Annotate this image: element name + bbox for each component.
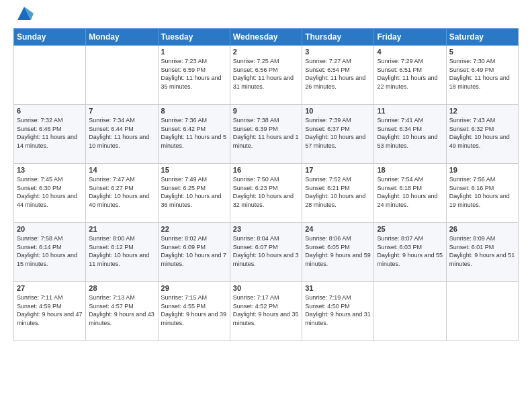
sunset-text: Sunset: 6:07 PM <box>233 243 299 252</box>
sunrise-text: Sunrise: 7:23 AM <box>161 57 227 66</box>
daylight-text: Daylight: 10 hours and 15 minutes. <box>17 251 83 268</box>
day-cell: 1Sunrise: 7:23 AMSunset: 6:59 PMDaylight… <box>158 46 230 105</box>
day-info: Sunrise: 7:23 AMSunset: 6:59 PMDaylight:… <box>161 57 227 91</box>
day-cell: 2Sunrise: 7:25 AMSunset: 6:56 PMDaylight… <box>230 46 302 105</box>
daylight-text: Daylight: 9 hours and 35 minutes. <box>233 310 299 327</box>
day-info: Sunrise: 7:45 AMSunset: 6:30 PMDaylight:… <box>17 175 83 209</box>
daylight-text: Daylight: 11 hours and 18 minutes. <box>449 74 515 91</box>
daylight-text: Daylight: 11 hours and 22 minutes. <box>377 74 443 91</box>
day-number: 26 <box>449 225 515 233</box>
day-cell: 29Sunrise: 7:15 AMSunset: 4:55 PMDayligh… <box>158 282 230 341</box>
daylight-text: Daylight: 9 hours and 59 minutes. <box>305 251 371 268</box>
sunset-text: Sunset: 6:59 PM <box>161 66 227 75</box>
sunrise-text: Sunrise: 8:00 AM <box>89 234 154 243</box>
daylight-text: Daylight: 10 hours and 24 minutes. <box>377 192 443 209</box>
day-info: Sunrise: 7:29 AMSunset: 6:51 PMDaylight:… <box>377 57 443 91</box>
day-cell: 22Sunrise: 8:02 AMSunset: 6:09 PMDayligh… <box>158 223 230 282</box>
sunset-text: Sunset: 4:52 PM <box>233 302 299 311</box>
day-number: 16 <box>233 166 299 174</box>
day-cell <box>86 46 158 105</box>
day-cell <box>446 282 518 341</box>
daylight-text: Daylight: 10 hours and 7 minutes. <box>161 251 227 268</box>
day-info: Sunrise: 8:00 AMSunset: 6:12 PMDaylight:… <box>89 234 154 268</box>
sunset-text: Sunset: 6:12 PM <box>89 243 154 252</box>
col-sunday: Sunday <box>14 29 86 46</box>
sunrise-text: Sunrise: 7:52 AM <box>305 175 371 184</box>
day-cell: 30Sunrise: 7:17 AMSunset: 4:52 PMDayligh… <box>230 282 302 341</box>
day-info: Sunrise: 8:07 AMSunset: 6:03 PMDaylight:… <box>377 234 443 268</box>
col-saturday: Saturday <box>446 29 518 46</box>
day-number: 1 <box>161 48 227 56</box>
day-cell: 4Sunrise: 7:29 AMSunset: 6:51 PMDaylight… <box>374 46 446 105</box>
day-info: Sunrise: 7:47 AMSunset: 6:27 PMDaylight:… <box>89 175 154 209</box>
logo <box>13 11 34 23</box>
day-cell: 31Sunrise: 7:19 AMSunset: 4:50 PMDayligh… <box>302 282 374 341</box>
week-row-1: 6Sunrise: 7:32 AMSunset: 6:46 PMDaylight… <box>14 105 519 164</box>
day-number: 18 <box>377 166 443 174</box>
day-cell: 12Sunrise: 7:43 AMSunset: 6:32 PMDayligh… <box>446 105 518 164</box>
day-number: 19 <box>449 166 515 174</box>
sunset-text: Sunset: 6:05 PM <box>305 243 371 252</box>
header <box>13 11 519 23</box>
day-number: 31 <box>305 284 371 292</box>
day-cell: 26Sunrise: 8:09 AMSunset: 6:01 PMDayligh… <box>446 223 518 282</box>
daylight-text: Daylight: 10 hours and 11 minutes. <box>89 251 154 268</box>
day-cell: 15Sunrise: 7:49 AMSunset: 6:25 PMDayligh… <box>158 164 230 223</box>
day-cell: 9Sunrise: 7:38 AMSunset: 6:39 PMDaylight… <box>230 105 302 164</box>
sunset-text: Sunset: 6:46 PM <box>17 125 83 134</box>
sunset-text: Sunset: 4:55 PM <box>161 302 227 311</box>
daylight-text: Daylight: 10 hours and 57 minutes. <box>305 133 371 150</box>
page: Sunday Monday Tuesday Wednesday Thursday… <box>0 0 532 411</box>
day-cell: 25Sunrise: 8:07 AMSunset: 6:03 PMDayligh… <box>374 223 446 282</box>
col-thursday: Thursday <box>302 29 374 46</box>
daylight-text: Daylight: 11 hours and 31 minutes. <box>233 74 299 91</box>
sunrise-text: Sunrise: 7:19 AM <box>305 293 371 302</box>
sunrise-text: Sunrise: 7:15 AM <box>161 293 227 302</box>
sunrise-text: Sunrise: 7:25 AM <box>233 57 299 66</box>
sunrise-text: Sunrise: 7:34 AM <box>89 116 154 125</box>
daylight-text: Daylight: 11 hours and 26 minutes. <box>305 74 371 91</box>
day-number: 5 <box>449 48 515 56</box>
week-row-3: 20Sunrise: 7:58 AMSunset: 6:14 PMDayligh… <box>14 223 519 282</box>
sunrise-text: Sunrise: 8:04 AM <box>233 234 299 243</box>
daylight-text: Daylight: 10 hours and 49 minutes. <box>449 133 515 150</box>
day-cell: 28Sunrise: 7:13 AMSunset: 4:57 PMDayligh… <box>86 282 158 341</box>
day-cell: 11Sunrise: 7:41 AMSunset: 6:34 PMDayligh… <box>374 105 446 164</box>
sunrise-text: Sunrise: 8:02 AM <box>161 234 227 243</box>
sunset-text: Sunset: 6:49 PM <box>449 66 515 75</box>
day-info: Sunrise: 7:38 AMSunset: 6:39 PMDaylight:… <box>233 116 299 150</box>
sunrise-text: Sunrise: 7:38 AM <box>233 116 299 125</box>
col-monday: Monday <box>86 29 158 46</box>
daylight-text: Daylight: 10 hours and 40 minutes. <box>89 192 154 209</box>
calendar-table: Sunday Monday Tuesday Wednesday Thursday… <box>13 28 519 341</box>
day-number: 15 <box>161 166 227 174</box>
sunrise-text: Sunrise: 7:54 AM <box>377 175 443 184</box>
sunrise-text: Sunrise: 7:13 AM <box>89 293 154 302</box>
day-info: Sunrise: 7:54 AMSunset: 6:18 PMDaylight:… <box>377 175 443 209</box>
day-number: 23 <box>233 225 299 233</box>
sunset-text: Sunset: 6:03 PM <box>377 243 443 252</box>
sunrise-text: Sunrise: 7:36 AM <box>161 116 227 125</box>
day-info: Sunrise: 8:09 AMSunset: 6:01 PMDaylight:… <box>449 234 515 268</box>
sunset-text: Sunset: 4:59 PM <box>17 302 83 311</box>
day-cell: 7Sunrise: 7:34 AMSunset: 6:44 PMDaylight… <box>86 105 158 164</box>
sunset-text: Sunset: 6:27 PM <box>89 184 154 193</box>
day-info: Sunrise: 7:15 AMSunset: 4:55 PMDaylight:… <box>161 293 227 327</box>
day-info: Sunrise: 7:34 AMSunset: 6:44 PMDaylight:… <box>89 116 154 150</box>
day-info: Sunrise: 7:41 AMSunset: 6:34 PMDaylight:… <box>377 116 443 150</box>
day-number: 21 <box>89 225 154 233</box>
day-cell: 18Sunrise: 7:54 AMSunset: 6:18 PMDayligh… <box>374 164 446 223</box>
sunset-text: Sunset: 6:54 PM <box>305 66 371 75</box>
sunset-text: Sunset: 6:42 PM <box>161 125 227 134</box>
daylight-text: Daylight: 11 hours and 10 minutes. <box>89 133 154 150</box>
sunset-text: Sunset: 6:14 PM <box>17 243 83 252</box>
day-cell <box>14 46 86 105</box>
day-info: Sunrise: 7:52 AMSunset: 6:21 PMDaylight:… <box>305 175 371 209</box>
day-cell: 24Sunrise: 8:06 AMSunset: 6:05 PMDayligh… <box>302 223 374 282</box>
sunrise-text: Sunrise: 7:11 AM <box>17 293 83 302</box>
day-number: 29 <box>161 284 227 292</box>
sunrise-text: Sunrise: 7:43 AM <box>449 116 515 125</box>
daylight-text: Daylight: 9 hours and 51 minutes. <box>449 251 515 268</box>
day-cell: 8Sunrise: 7:36 AMSunset: 6:42 PMDaylight… <box>158 105 230 164</box>
day-info: Sunrise: 7:19 AMSunset: 4:50 PMDaylight:… <box>305 293 371 327</box>
